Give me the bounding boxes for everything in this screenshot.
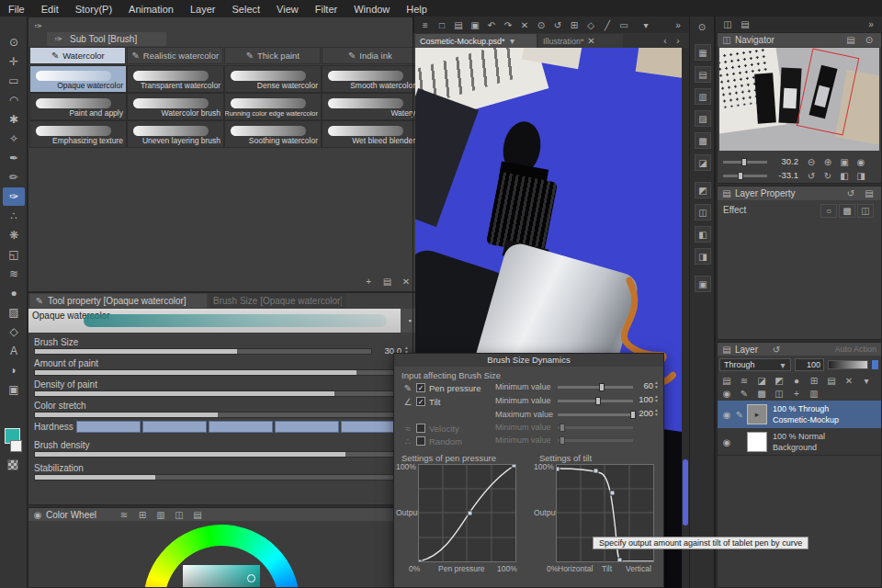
stabilization-slider[interactable] [34,474,401,481]
new-folder-icon[interactable]: ▤ [824,374,839,387]
panel-icon[interactable]: ▤ [738,17,752,30]
menu-select[interactable]: Select [224,1,269,17]
brush-size-dynamics-dialog[interactable]: Brush Size Dynamics Input affecting Brus… [393,353,664,588]
material-palette-icon[interactable]: ▣ [695,276,711,292]
brush-item[interactable]: Dense watercolor [224,65,322,93]
palette-color-chip[interactable] [872,360,878,369]
zoom-in-icon[interactable]: ⊕ [820,155,835,168]
overflow-icon[interactable]: » [864,17,878,30]
half2-icon[interactable]: ▥ [807,387,821,400]
material-palette-icon[interactable]: ◪ [695,154,711,171]
color-tab-icon[interactable]: ⊞ [135,508,150,521]
open-file-icon[interactable]: ▤ [451,18,466,31]
folder-icon[interactable]: ▤ [380,276,395,288]
slider-thumb[interactable] [599,383,605,391]
new-file-icon[interactable]: □ [435,18,449,31]
rotate-cw-icon[interactable]: ↻ [820,169,835,182]
trash-icon[interactable]: ✕ [399,276,413,288]
tab-next-icon[interactable]: › [671,34,685,47]
palette-icon[interactable]: ▤ [719,374,734,387]
flip-vertical-icon[interactable]: ◨ [854,169,868,182]
search-icon[interactable]: ⊙ [695,20,709,33]
material-palette-icon[interactable]: ◩ [695,182,711,198]
brush-item[interactable]: Smooth watercolor [322,65,419,93]
hamburger-icon[interactable]: ≡ [418,18,433,31]
blend-tool-icon[interactable]: ≋ [3,265,25,283]
rotate-slider[interactable] [723,175,767,177]
row-spinner[interactable]: ▴▾ [655,380,658,390]
layer-row[interactable]: ◉ 100 % Normal Background [718,428,881,456]
blend-mode-select[interactable]: Through ▾ [719,358,791,371]
pen-pressure-checkbox[interactable]: ✓ [416,383,425,392]
fill-tool-icon[interactable]: ● [3,284,25,302]
menu-animation[interactable]: Animation [120,1,182,17]
density-of-paint-slider[interactable] [34,390,401,397]
velocity-check-row[interactable]: ≈ Velocity [403,422,459,435]
amount-of-paint-slider[interactable] [34,369,401,376]
hardness-segment[interactable] [142,421,207,433]
new-layer-icon[interactable]: ⊞ [807,374,821,387]
fit-screen-icon[interactable]: ▣ [837,155,852,168]
panel-pen-icon[interactable]: ✑ [31,19,46,32]
hardness-control[interactable] [76,421,407,433]
pen-pressure-check-row[interactable]: ✎ ✓ Pen pressure [403,381,481,394]
color-tab-icon[interactable]: ◫ [172,508,187,521]
panel-collapse-icon[interactable]: ▤ [862,187,876,200]
color-tab-icon[interactable]: ≋ [117,508,131,521]
text-tool-icon[interactable]: A [3,342,25,360]
tab-watercolor[interactable]: ✎ Watercolor [29,47,126,64]
row-value[interactable]: 60 [637,380,653,390]
lock-icon[interactable]: ● [789,374,804,387]
rotate-canvas-icon[interactable]: ↺ [550,18,565,31]
rotation-value[interactable]: -33.1 [771,170,798,180]
tone2-icon[interactable]: ▩ [754,387,769,400]
frame-tool-icon[interactable]: ▣ [3,380,25,399]
zoom-out-icon[interactable]: ⊖ [804,155,819,168]
sv-cursor[interactable] [247,574,255,582]
canvas-scrollbar[interactable] [682,48,689,588]
tilt-checkbox[interactable]: ✓ [416,397,425,406]
menu-filter[interactable]: Filter [307,1,345,17]
auto-select-tool-icon[interactable]: ✱ [3,110,25,129]
material-palette-icon[interactable]: ▨ [695,110,711,127]
tilt-check-row[interactable]: ∠ ✓ Tilt [403,395,440,408]
material-palette-icon[interactable]: ◫ [695,204,711,220]
slider-thumb[interactable] [595,397,601,405]
actual-size-icon[interactable]: ◉ [854,155,868,168]
select-tool-icon[interactable]: ▭ [3,72,25,90]
brush-size-tab[interactable]: Brush Size [Opaque watercolor] [209,294,346,308]
brush-tool-icon[interactable]: ✑ [3,187,25,206]
material-palette-icon[interactable]: ▦ [695,44,711,61]
grid-icon[interactable]: ⊞ [567,18,582,31]
dialog-title[interactable]: Brush Size Dynamics [394,354,663,367]
hardness-segment[interactable] [275,421,339,433]
canvas-tab[interactable]: Illustration* ✕ [538,34,623,48]
brush-item[interactable]: Running color edge watercolor [224,93,322,120]
menu-file[interactable]: File [0,1,33,17]
workspace-icon[interactable]: ◫ [720,17,735,30]
tab-india-ink[interactable]: ✎ India ink [322,47,418,64]
pencil-tool-icon[interactable]: ✏ [3,168,25,187]
color-tab-icon[interactable]: ▥ [153,508,168,521]
delete-layer-icon[interactable]: ✕ [842,374,856,387]
brush-item[interactable]: Emphasizing texture [29,120,127,148]
row-spinner[interactable]: ▴▾ [655,408,658,417]
velocity-checkbox[interactable] [416,424,425,433]
more-icon[interactable]: ▾ [859,374,874,387]
panel-menu-icon[interactable]: ↺ [843,187,858,200]
zoom-value[interactable]: 30.2 [771,156,798,166]
redo-icon[interactable]: ↷ [501,18,515,31]
color-tab-icon[interactable]: ▤ [190,508,205,521]
ruler-snap-icon[interactable]: ╱ [600,18,615,31]
brush-item[interactable]: Paint and apply [29,93,127,120]
material-palette-icon[interactable]: ▩ [695,132,711,149]
menu-window[interactable]: Window [345,1,398,17]
select-area-icon[interactable]: ▭ [616,18,631,31]
menu-layer[interactable]: Layer [182,1,224,17]
rotate-ccw-icon[interactable]: ↺ [804,169,819,182]
menu-help[interactable]: Help [398,1,435,17]
zoom-slider-thumb[interactable] [741,158,747,166]
eraser-tool-icon[interactable]: ◱ [3,245,25,264]
material-palette-icon[interactable]: ◧ [695,226,711,243]
brush-item[interactable]: Opaque watercolor [29,65,127,93]
